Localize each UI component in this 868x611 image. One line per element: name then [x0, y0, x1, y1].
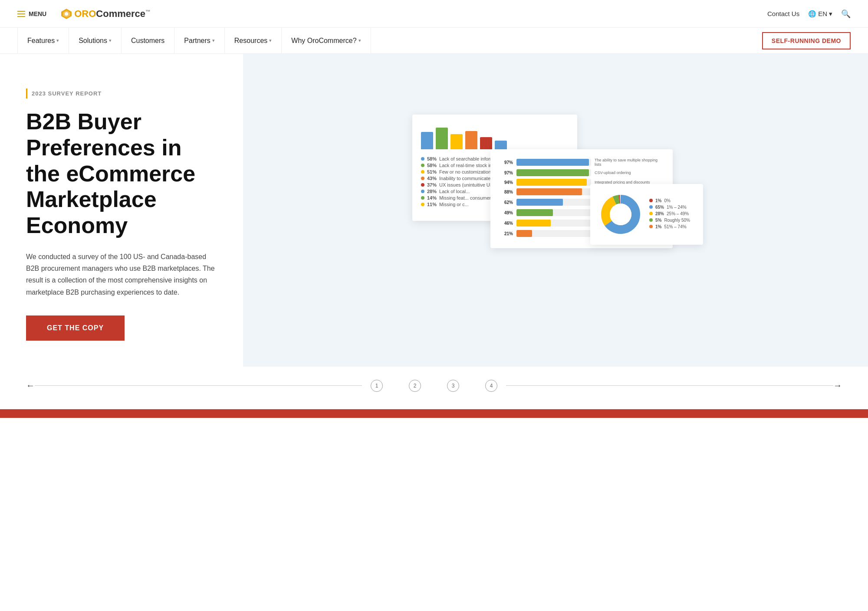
nav-item-solutions[interactable]: Solutions ▾ [69, 28, 122, 54]
hbar-row: 97% The ability to save multiple shoppin… [499, 158, 664, 167]
chevron-down-icon: ▾ [269, 38, 272, 43]
hbar-track [516, 188, 591, 195]
hbar-pct: 49% [499, 210, 513, 215]
chart-card-donut: 1% 0%65% 1% – 24%28% 25% – 49%5% Roughly… [590, 184, 703, 245]
donut-legend-item: 28% 25% – 49% [649, 211, 690, 216]
hbar-pct: 21% [499, 231, 513, 236]
hbar-pct: 62% [499, 200, 513, 205]
nav-bar: Features ▾ Solutions ▾ Customers Partner… [0, 28, 868, 54]
hbar-track [516, 230, 591, 237]
contact-link[interactable]: Contact Us [767, 10, 799, 17]
nav-item-features[interactable]: Features ▾ [17, 28, 69, 54]
hbar-track [516, 199, 591, 206]
nav-item-why-oro[interactable]: Why OroCommerce? ▾ [282, 28, 371, 54]
donut-legend-item: 65% 1% – 24% [649, 205, 690, 210]
menu-label: MENU [29, 10, 46, 17]
nav-item-partners[interactable]: Partners ▾ [174, 28, 224, 54]
mini-bar [465, 131, 477, 149]
hbar-track [516, 169, 591, 176]
hbar-fill [516, 199, 563, 206]
carousel-dot[interactable]: 3 [447, 380, 459, 392]
search-button[interactable]: 🔍 [841, 9, 851, 19]
hbar-fill [516, 179, 587, 186]
chart-container: 58% Lack of searchable information about… [404, 97, 707, 323]
hbar-label: The ability to save multiple shopping li… [595, 158, 664, 167]
hbar-row: 97% CSV-upload ordering [499, 169, 664, 176]
chevron-down-icon: ▾ [212, 38, 215, 43]
carousel-dot[interactable]: 4 [485, 380, 497, 392]
hero-title: B2B Buyer Preferences in the eCommerce M… [26, 109, 217, 239]
hbar-track [516, 220, 591, 227]
nav-links: Features ▾ Solutions ▾ Customers Partner… [17, 28, 371, 54]
mini-bar [450, 134, 463, 149]
chevron-down-icon: ▾ [358, 38, 361, 43]
donut-legend-item: 1% 0% [649, 198, 690, 203]
carousel-dot[interactable]: 2 [409, 380, 421, 392]
logo[interactable]: OROCommerce™ [60, 8, 151, 20]
get-copy-button[interactable]: GET THE COPY [26, 315, 125, 341]
hbar-track [516, 159, 591, 166]
hbar-track [516, 209, 591, 216]
mini-bar [495, 141, 507, 149]
donut-legend-item: 5% Roughly 50% [649, 218, 690, 223]
hbar-fill [516, 159, 589, 166]
hbar-pct: 88% [499, 190, 513, 194]
mini-bar [436, 128, 448, 149]
hbar-fill [516, 188, 582, 195]
self-running-demo-button[interactable]: SELF-RUNNING DEMO [762, 32, 851, 49]
carousel-dot[interactable]: 1 [371, 380, 383, 392]
hbar-fill [516, 220, 551, 227]
bottom-bar [0, 409, 868, 418]
donut-legend-item: 1% 51% – 74% [649, 224, 690, 229]
menu-button[interactable]: MENU [17, 10, 46, 17]
language-selector[interactable]: 🌐 EN ▾ [808, 10, 832, 18]
carousel-arrow-right[interactable]: → [833, 381, 842, 391]
carousel-track: ← 1234 → [26, 380, 842, 392]
hbar-fill [516, 209, 553, 216]
svg-point-8 [610, 204, 631, 225]
survey-badge: 2023 SURVEY REPORT [26, 89, 217, 99]
mini-bar [480, 137, 492, 149]
logo-text: OROCommerce™ [74, 8, 151, 20]
nav-item-customers[interactable]: Customers [122, 28, 174, 54]
chevron-down-icon: ▾ [56, 38, 59, 43]
chevron-down-icon: ▾ [109, 38, 112, 43]
hbar-fill [516, 230, 532, 237]
hero-description: We conducted a survey of the 100 US- and… [26, 251, 217, 298]
hbar-track [516, 179, 591, 186]
top-bar: MENU OROCommerce™ Contact Us 🌐 EN ▾ 🔍 [0, 0, 868, 28]
hero-section: 2023 SURVEY REPORT B2B Buyer Preferences… [0, 54, 868, 367]
hamburger-icon [17, 11, 25, 17]
hbar-label: CSV-upload ordering [595, 171, 664, 175]
nav-item-resources[interactable]: Resources ▾ [225, 28, 282, 54]
svg-point-2 [65, 12, 68, 16]
hero-left: 2023 SURVEY REPORT B2B Buyer Preferences… [0, 54, 243, 367]
hbar-fill [516, 169, 589, 176]
hbar-pct: 97% [499, 171, 513, 175]
hbar-pct: 46% [499, 221, 513, 226]
hero-right: 58% Lack of searchable information about… [243, 54, 868, 367]
logo-icon [60, 8, 72, 20]
donut-chart-svg [599, 193, 642, 236]
hbar-pct: 94% [499, 180, 513, 185]
hbar-pct: 97% [499, 160, 513, 165]
mini-bar [421, 132, 433, 149]
carousel-arrow-left[interactable]: ← [26, 381, 35, 391]
carousel-section: ← 1234 → [0, 367, 868, 409]
globe-icon: 🌐 [808, 10, 816, 18]
